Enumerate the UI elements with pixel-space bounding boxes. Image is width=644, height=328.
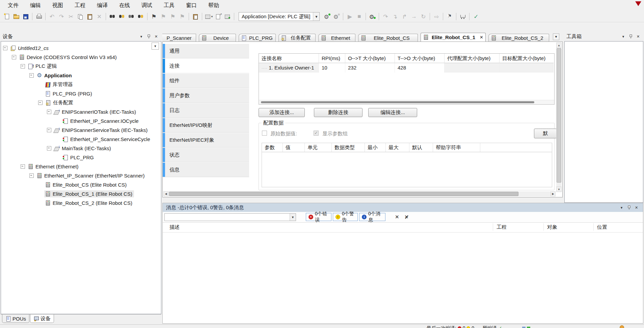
editor-tab-device[interactable]: Device bbox=[199, 34, 236, 42]
editor-tab-任务配置[interactable]: 任务配置 bbox=[278, 34, 316, 42]
tree-expander-icon[interactable] bbox=[21, 164, 25, 169]
login-icon[interactable] bbox=[322, 12, 332, 21]
build-check-icon[interactable]: ✓ bbox=[471, 12, 481, 21]
close-icon[interactable]: ✕ bbox=[153, 34, 159, 39]
flow-control-icon[interactable] bbox=[445, 12, 454, 21]
tree-item-enipscannerservicetask[interactable]: ENIPScannerServiceTask (IEC-Tasks) bbox=[1, 126, 161, 135]
menu-item-4[interactable]: 工程 bbox=[69, 1, 91, 10]
filter-info-button[interactable]: i0个消息 bbox=[359, 213, 385, 221]
raw-data-checkbox[interactable] bbox=[262, 131, 267, 136]
pin-icon[interactable] bbox=[627, 34, 634, 39]
run-to-cursor-icon[interactable]: → bbox=[409, 12, 419, 21]
editor-nav-状态[interactable]: 状态 bbox=[163, 148, 249, 162]
cut-icon[interactable]: ✂ bbox=[66, 12, 76, 21]
menu-item-8[interactable]: 工具 bbox=[158, 1, 180, 10]
pin-icon[interactable] bbox=[626, 205, 632, 211]
paste-special-icon[interactable] bbox=[191, 12, 200, 21]
editor-tab-elite_robot_cs_1[interactable]: Elite_Robot_CS_1✕ bbox=[421, 33, 486, 42]
delete-icon[interactable]: ✕ bbox=[95, 12, 104, 21]
editor-nav-用户参数[interactable]: 用户参数 bbox=[163, 88, 249, 103]
menu-item-9[interactable]: 窗口 bbox=[180, 1, 203, 10]
filter-error-button[interactable]: ✕0个错误 bbox=[306, 213, 331, 221]
replace-in-project-icon[interactable] bbox=[136, 12, 145, 21]
new-object-icon[interactable] bbox=[213, 12, 223, 21]
editor-tab-p_scanner[interactable]: P_Scanner bbox=[162, 34, 196, 42]
chevron-down-icon[interactable]: ▼ bbox=[313, 12, 319, 21]
editor-tab-elite_robot_cs[interactable]: Elite_Robot_CS bbox=[358, 34, 418, 42]
close-icon[interactable]: ✕ bbox=[635, 34, 641, 39]
tree-item-elite_robot_cs_1[interactable]: Elite_Robot_CS_1 (Elite Robot CS) bbox=[1, 189, 161, 198]
menu-item-6[interactable]: 在线 bbox=[113, 1, 136, 10]
editor-nav-信息[interactable]: 信息 bbox=[163, 163, 249, 177]
edit-connection-button[interactable]: 编辑连接... bbox=[368, 108, 417, 117]
new-file-icon[interactable] bbox=[2, 12, 11, 21]
add-device-icon[interactable] bbox=[223, 12, 232, 21]
menu-item-2[interactable]: 编辑 bbox=[24, 1, 47, 10]
editor-nav-ethernet/ipi/o映射[interactable]: EtherNet/IPI/O映射 bbox=[163, 118, 249, 133]
editor-nav-组件[interactable]: 组件 bbox=[163, 74, 249, 88]
paste-icon[interactable] bbox=[85, 12, 95, 21]
save-file-icon[interactable] bbox=[21, 12, 30, 21]
clear-messages-icon[interactable]: ✕̷ bbox=[404, 214, 409, 220]
redo-icon[interactable]: ↷ bbox=[57, 12, 66, 21]
panel-dropdown-icon[interactable]: ▾ bbox=[618, 205, 625, 211]
tree-item-device[interactable]: Device (CODESYS Control Win V3 x64) bbox=[1, 53, 161, 62]
tree-item-plc[interactable]: PLC 逻辑 bbox=[1, 62, 161, 71]
show-param-group-checkbox[interactable]: ✓ bbox=[314, 131, 319, 136]
undo-icon[interactable]: ↶ bbox=[47, 12, 57, 21]
editor-hscrollbar[interactable]: ◀ ▶ bbox=[163, 191, 556, 196]
bookmark-clear-icon[interactable]: ⚑ bbox=[178, 12, 187, 21]
editor-vscrollbar[interactable]: ▲ ▼ bbox=[556, 43, 562, 192]
tree-expander-icon[interactable] bbox=[3, 46, 7, 50]
connection-row[interactable]: ····1. Exlusive Owner-110232428 bbox=[259, 63, 554, 73]
find-in-project-icon[interactable] bbox=[127, 12, 136, 21]
menu-item-7[interactable]: 调试 bbox=[136, 1, 158, 10]
chevron-down-icon[interactable]: ▼ bbox=[290, 214, 296, 221]
editor-nav-通用[interactable]: 通用 bbox=[163, 44, 249, 58]
editor-nav-日志[interactable]: 日志 bbox=[163, 103, 249, 118]
delete-connection-button[interactable]: 删除连接 bbox=[314, 108, 363, 117]
filter-warning-button[interactable]: !0个警告 bbox=[333, 213, 358, 221]
print-icon[interactable] bbox=[34, 12, 44, 21]
step-over-icon[interactable]: ↷ bbox=[381, 12, 390, 21]
active-application-combo[interactable]: Application [Device: PLC 逻辑]▼ bbox=[239, 12, 320, 21]
tree-item-ethernet_ip_scanner.servicecycle[interactable]: EtherNet_IP_Scanner.ServiceCycle bbox=[1, 135, 161, 144]
menu-item-1[interactable]: 文件 bbox=[2, 1, 24, 10]
tree-item-任务配置[interactable]: 任务配置 bbox=[1, 98, 161, 107]
pin-icon[interactable] bbox=[145, 34, 152, 39]
reset-icon[interactable]: ↻ bbox=[419, 12, 428, 21]
step-into-icon[interactable]: ↴ bbox=[390, 12, 400, 21]
tree-expander-icon[interactable] bbox=[47, 110, 51, 114]
tree-item-plc_prg[interactable]: PLC_PRG (PRG) bbox=[1, 89, 161, 98]
replace-icon[interactable] bbox=[117, 12, 127, 21]
tree-item-maintask[interactable]: MainTask (IEC-Tasks) bbox=[1, 144, 161, 153]
menu-item-5[interactable]: 编译 bbox=[91, 1, 113, 10]
device-repository-icon[interactable] bbox=[458, 12, 467, 21]
tree-item-ethernet_ip_scanner[interactable]: EtherNet_IP_Scanner (EtherNet/IP Scanner… bbox=[1, 171, 161, 180]
close-icon[interactable]: ✕ bbox=[633, 205, 640, 211]
tree-item-enipscanneriotask[interactable]: ENIPScannerIOTask (IEC-Tasks) bbox=[1, 107, 161, 116]
scroll-down-icon[interactable]: ▼ bbox=[556, 187, 562, 192]
online-config-icon[interactable] bbox=[368, 12, 377, 21]
tree-expander-icon[interactable] bbox=[29, 73, 34, 78]
scroll-left-icon[interactable]: ◀ bbox=[163, 191, 168, 196]
tab-overflow-button[interactable]: ▼ bbox=[553, 33, 559, 40]
connections-hscrollbar[interactable] bbox=[259, 100, 554, 104]
tree-item-ethernet_ip_scanner.iocycle[interactable]: EtherNet_IP_Scanner.IOCycle bbox=[1, 116, 161, 126]
tree-item-elite_robot_cs[interactable]: Elite_Robot_CS (Elite Robot CS) bbox=[1, 180, 161, 189]
close-tab-icon[interactable]: ✕ bbox=[480, 35, 483, 40]
tree-item-ethernet[interactable]: Ethernet (Ethernet) bbox=[1, 162, 161, 171]
tree-item-elite_robot_cs_2[interactable]: Elite_Robot_CS_2 (Elite Robot CS) bbox=[1, 198, 161, 208]
panel-dropdown-icon[interactable]: ▾ bbox=[620, 34, 626, 39]
tree-item-application[interactable]: Application bbox=[1, 71, 161, 80]
default-values-button[interactable]: 默 bbox=[534, 129, 557, 138]
step-out-icon[interactable]: ↱ bbox=[400, 12, 409, 21]
editor-nav-连接[interactable]: 连接 bbox=[163, 59, 249, 73]
tree-expander-icon[interactable] bbox=[38, 101, 43, 105]
bookmark-next-icon[interactable]: ⚑ bbox=[168, 12, 178, 21]
editor-hscrollbar-thumb[interactable] bbox=[169, 192, 518, 196]
table-view-icon[interactable]: ▾ bbox=[204, 12, 213, 21]
start-icon[interactable]: ▶ bbox=[345, 12, 354, 21]
editor-tab-elite_robot_cs_2[interactable]: Elite_Robot_CS_2 bbox=[488, 34, 549, 42]
view-tab-pous[interactable]: POUs bbox=[2, 315, 29, 323]
